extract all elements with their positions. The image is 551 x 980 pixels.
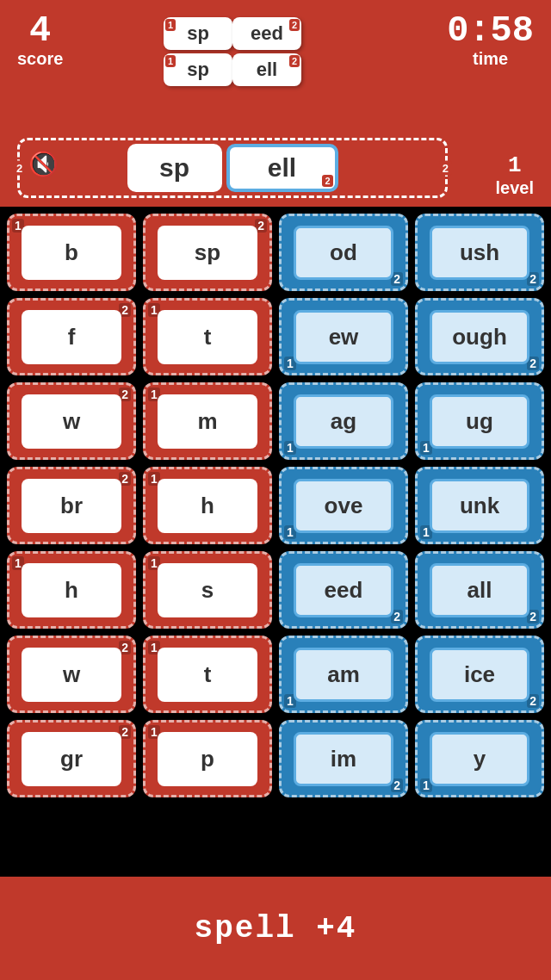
tile-card-11[interactable]: 1ug	[415, 382, 544, 460]
bottom-text: spell +4	[195, 911, 357, 946]
tile-badge-2: 2	[289, 19, 300, 31]
time-area: 0:58 time	[447, 13, 534, 69]
tile-inner-22: am	[294, 648, 393, 702]
tile-card-4[interactable]: 2f	[7, 298, 136, 375]
tile-inner-0: b	[22, 226, 121, 280]
tile-inner-1: sp	[158, 226, 257, 280]
tile-inner-9: m	[158, 394, 257, 449]
tile-card-3[interactable]: 2ush	[415, 214, 544, 291]
current-tile-ell-badge: 2	[322, 175, 332, 187]
floating-tile-eed[interactable]: 2 eed	[232, 17, 301, 50]
time-label: time	[447, 49, 534, 69]
tile-card-23[interactable]: 2ice	[415, 636, 544, 713]
tile-card-22[interactable]: 1am	[279, 636, 408, 713]
tile-card-24[interactable]: 2gr	[7, 720, 136, 797]
tile-inner-27: y	[430, 732, 529, 786]
tile-card-9[interactable]: 1m	[143, 382, 272, 460]
tile-inner-11: ug	[430, 394, 529, 449]
tile-badge-4: 2	[289, 55, 300, 67]
tile-inner-3: ush	[430, 226, 529, 280]
floating-tile-ell-top[interactable]: 2 ell	[232, 53, 301, 86]
time-value: 0:58	[447, 13, 534, 49]
tile-inner-15: unk	[430, 479, 529, 533]
tile-inner-19: all	[430, 563, 529, 617]
tile-card-6[interactable]: 1ew	[279, 298, 408, 375]
tile-inner-13: h	[158, 479, 257, 533]
tile-badge-1: 1	[165, 19, 176, 31]
current-tile-sp[interactable]: sp	[127, 144, 222, 192]
floating-tile-sp2[interactable]: 1 sp	[164, 53, 232, 86]
tile-card-16[interactable]: 1h	[7, 551, 136, 629]
tile-card-26[interactable]: 2im	[279, 720, 408, 797]
tile-inner-12: br	[22, 479, 121, 533]
tile-card-1[interactable]: 2sp	[143, 214, 272, 291]
tile-inner-23: ice	[430, 648, 529, 702]
tile-card-15[interactable]: 1unk	[415, 467, 544, 544]
tile-grid: 1b2sp2od2ush2f1t1ew2ough2w1m1ag1ug2br1h1…	[0, 207, 551, 804]
tile-card-25[interactable]: 1p	[143, 720, 272, 797]
tile-card-14[interactable]: 1ove	[279, 467, 408, 544]
current-badge-right: 2	[439, 161, 452, 176]
tile-card-12[interactable]: 2br	[7, 467, 136, 544]
tile-inner-4: f	[22, 310, 121, 364]
current-tile-ell-text: ell	[268, 153, 296, 183]
level-label: level	[496, 178, 534, 198]
tile-card-18[interactable]: 2eed	[279, 551, 408, 629]
tile-inner-20: w	[22, 648, 121, 702]
tile-inner-21: t	[158, 648, 257, 702]
tile-card-27[interactable]: 1y	[415, 720, 544, 797]
tile-inner-17: s	[158, 563, 257, 617]
current-badge-left: 2	[13, 161, 26, 176]
current-tile-sp-text: sp	[159, 153, 189, 183]
tile-inner-7: ough	[430, 310, 529, 364]
tile-inner-14: ove	[294, 479, 393, 533]
tile-card-19[interactable]: 2all	[415, 551, 544, 629]
tile-inner-25: p	[158, 732, 257, 786]
header: 4 score 0:58 time 1 sp 2 eed 1 sp 2 ell …	[0, 0, 551, 207]
tile-badge-3: 1	[165, 55, 176, 67]
tile-inner-16: h	[22, 563, 121, 617]
tile-card-21[interactable]: 1t	[143, 636, 272, 713]
tile-inner-24: gr	[22, 732, 121, 786]
tile-inner-5: t	[158, 310, 257, 364]
tile-inner-10: ag	[294, 394, 393, 449]
score-value: 4	[17, 13, 63, 49]
score-label: score	[17, 49, 63, 69]
score-area: 4 score	[17, 13, 63, 69]
current-word-area: 2 sp ell 2 2	[17, 138, 448, 198]
floating-tile-sp1[interactable]: 1 sp	[164, 17, 232, 50]
tile-card-0[interactable]: 1b	[7, 214, 136, 291]
tile-inner-2: od	[294, 226, 393, 280]
tile-inner-8: w	[22, 394, 121, 449]
level-value: 1	[496, 152, 534, 178]
tile-card-10[interactable]: 1ag	[279, 382, 408, 460]
tile-card-7[interactable]: 2ough	[415, 298, 544, 375]
tile-card-17[interactable]: 1s	[143, 551, 272, 629]
tile-inner-6: ew	[294, 310, 393, 364]
tile-card-8[interactable]: 2w	[7, 382, 136, 460]
current-tile-ell[interactable]: ell 2	[226, 144, 338, 192]
tile-card-20[interactable]: 2w	[7, 636, 136, 713]
tile-card-13[interactable]: 1h	[143, 467, 272, 544]
tile-inner-26: im	[294, 732, 393, 786]
level-area: 1 level	[496, 152, 534, 198]
bottom-bar: spell +4	[0, 877, 551, 980]
tile-card-2[interactable]: 2od	[279, 214, 408, 291]
tile-inner-18: eed	[294, 563, 393, 617]
tile-card-5[interactable]: 1t	[143, 298, 272, 375]
